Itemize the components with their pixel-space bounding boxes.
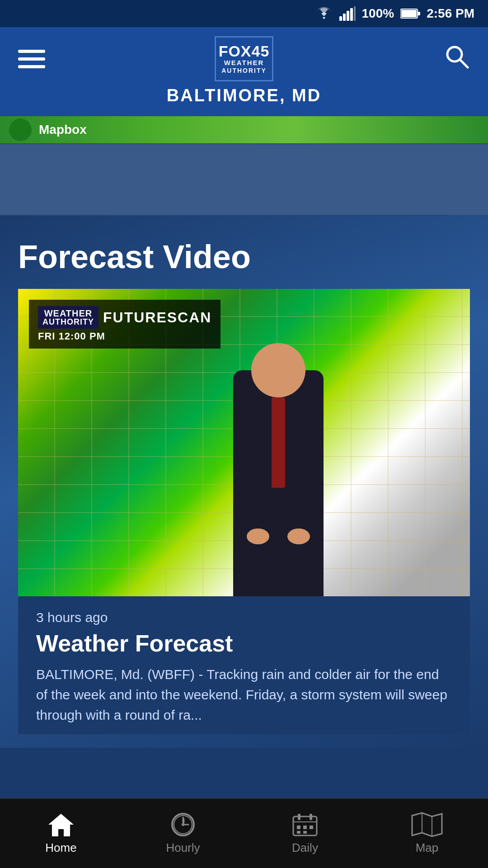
svg-rect-6 bbox=[401, 10, 417, 17]
hourly-icon bbox=[169, 812, 197, 837]
weatherman-hands bbox=[229, 528, 328, 542]
video-date-text: FRI 12:00 PM bbox=[38, 330, 211, 342]
nav-label-home: Home bbox=[45, 841, 76, 855]
banner-text: Mapbox bbox=[39, 123, 87, 137]
banner-strip: Mapbox bbox=[0, 116, 488, 143]
video-headline: Weather Forecast bbox=[36, 630, 452, 657]
nav-item-hourly[interactable]: Hourly bbox=[122, 812, 244, 855]
futurescan-text: FUTURESCAN bbox=[103, 309, 211, 326]
nav-label-hourly: Hourly bbox=[166, 841, 200, 855]
logo-authority-text: AUTHORITY bbox=[221, 67, 267, 75]
wifi-icon bbox=[315, 6, 333, 21]
weatherman-figure bbox=[192, 325, 364, 596]
app-logo: FOX45 WEATHER AUTHORITY bbox=[215, 36, 273, 81]
forecast-video-thumbnail[interactable]: WEATHER AUTHORITY FUTURESCAN FRI 12:00 P… bbox=[18, 289, 470, 596]
svg-rect-4 bbox=[354, 6, 356, 21]
bottom-navigation: Home Hourly Daily bbox=[0, 798, 488, 868]
time-text: 2:56 PM bbox=[427, 6, 474, 21]
svg-rect-3 bbox=[350, 8, 353, 21]
weatherman-tie bbox=[272, 397, 285, 488]
home-icon bbox=[47, 812, 75, 837]
svg-rect-21 bbox=[303, 826, 307, 829]
video-description: BALTIMORE, Md. (WBFF) - Tracking rain an… bbox=[36, 664, 452, 725]
nav-label-daily: Daily bbox=[292, 841, 318, 855]
nav-item-map[interactable]: Map bbox=[366, 812, 488, 855]
ad-block bbox=[0, 143, 488, 216]
video-overlay-label: WEATHER AUTHORITY FUTURESCAN FRI 12:00 P… bbox=[29, 300, 221, 349]
video-time-ago: 3 hours ago bbox=[36, 610, 452, 625]
wa-weather-text: WEATHER bbox=[44, 309, 93, 318]
svg-rect-22 bbox=[310, 826, 313, 829]
nav-label-map: Map bbox=[416, 841, 439, 855]
svg-rect-0 bbox=[339, 16, 342, 21]
wa-authority-text: AUTHORITY bbox=[42, 318, 94, 326]
svg-rect-7 bbox=[418, 12, 420, 15]
location-label: BALTIMORE, MD bbox=[167, 86, 321, 105]
weatherman-head bbox=[251, 343, 305, 397]
battery-text: 100% bbox=[362, 6, 394, 21]
hand-right bbox=[287, 528, 310, 544]
svg-rect-19 bbox=[310, 814, 312, 820]
search-button[interactable] bbox=[443, 42, 470, 75]
nav-item-home[interactable]: Home bbox=[0, 812, 122, 855]
svg-rect-20 bbox=[297, 826, 300, 829]
logo-fox45-text: FOX45 bbox=[219, 43, 270, 59]
status-icons: 100% 2:56 PM bbox=[315, 6, 474, 21]
map-icon bbox=[411, 812, 443, 837]
forecast-title: Forecast Video bbox=[18, 238, 470, 275]
battery-icon bbox=[400, 7, 420, 20]
weatherman-body bbox=[233, 370, 324, 596]
svg-marker-25 bbox=[412, 813, 442, 836]
app-header: FOX45 WEATHER AUTHORITY BALTIMORE, MD bbox=[0, 27, 488, 116]
hand-left bbox=[247, 528, 269, 544]
svg-rect-18 bbox=[298, 814, 300, 820]
svg-point-15 bbox=[182, 823, 184, 826]
daily-icon bbox=[291, 812, 319, 837]
video-info-block: 3 hours ago Weather Forecast BALTIMORE, … bbox=[18, 596, 470, 734]
svg-marker-10 bbox=[48, 814, 74, 836]
status-bar: 100% 2:56 PM bbox=[0, 0, 488, 27]
nav-item-daily[interactable]: Daily bbox=[244, 812, 366, 855]
svg-rect-2 bbox=[347, 11, 349, 21]
svg-line-9 bbox=[460, 60, 468, 67]
banner-logo bbox=[9, 118, 32, 141]
svg-rect-24 bbox=[303, 831, 307, 834]
menu-button[interactable] bbox=[18, 50, 45, 68]
svg-rect-1 bbox=[343, 14, 346, 21]
svg-rect-23 bbox=[297, 831, 300, 834]
forecast-section: Forecast Video WEATHER AUTHORITY FUTURES… bbox=[0, 216, 488, 748]
signal-icon bbox=[339, 6, 356, 21]
wa-brand-box: WEATHER AUTHORITY bbox=[38, 306, 99, 329]
logo-weather-text: WEATHER bbox=[224, 59, 264, 67]
